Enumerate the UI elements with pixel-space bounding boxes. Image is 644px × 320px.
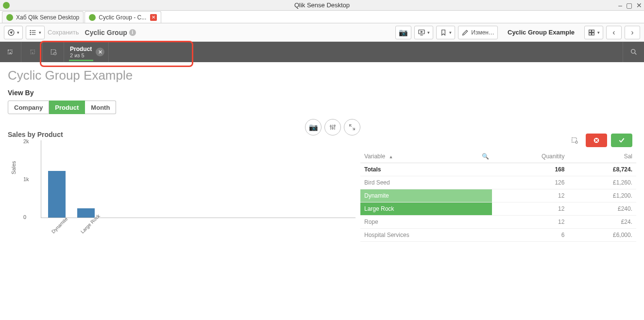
table-row[interactable]: Rope12£24. (360, 216, 636, 229)
cell-qty: 12 (492, 202, 569, 216)
svg-rect-10 (592, 30, 594, 32)
chevron-right-icon: › (631, 28, 633, 37)
selection-clear-icon[interactable]: ✕ (96, 48, 104, 56)
cell-sal: £1,200. (568, 189, 636, 202)
pencil-icon (461, 29, 469, 36)
chevron-down-icon: ▾ (17, 30, 19, 35)
tab-label: Хаб Qlik Sense Desktop (16, 14, 79, 21)
cell-sal: £240. (568, 202, 636, 216)
table-panel[interactable]: Variable ▲ 🔍 Quanitity Sal Totals 168 £8… (360, 131, 636, 247)
viewby-company-button[interactable]: Company (8, 101, 49, 114)
cell-name: Rope (360, 216, 492, 229)
totals-label: Totals (360, 163, 492, 176)
chart-explore-button[interactable] (324, 119, 341, 135)
ytick: 2k (23, 138, 29, 144)
tab-strip: Хаб Qlik Sense Desktop Cyclic Group - C.… (0, 11, 644, 23)
table-totals-row: Totals 168 £8,724. (360, 163, 636, 176)
edit-label: Измен… (471, 29, 494, 36)
viewby-month-button[interactable]: Month (85, 101, 116, 114)
svg-point-24 (334, 125, 336, 126)
minimize-button[interactable]: – (618, 1, 622, 9)
chevron-down-icon: ▾ (449, 30, 452, 35)
compass-icon (7, 29, 15, 36)
selection-field: Product (70, 46, 92, 52)
cell-sal: £24. (568, 216, 636, 229)
titlebar: Qlik Sense Desktop – ▢ ✕ (0, 0, 644, 11)
qlik-logo-icon (3, 2, 10, 9)
lasso-icon (571, 136, 578, 144)
close-button[interactable]: ✕ (636, 1, 642, 9)
ytick: 0 (23, 214, 26, 220)
cancel-selection-button[interactable] (586, 134, 607, 147)
data-table: Variable ▲ 🔍 Quanitity Sal Totals 168 £8… (360, 150, 636, 242)
xlabel: Dynamite (51, 216, 69, 235)
breadcrumb: Cyclic Group i (85, 29, 136, 36)
col-label: Sal (624, 153, 632, 160)
tab-close-icon[interactable]: ✕ (150, 14, 157, 21)
bar-dynamite[interactable] (48, 171, 66, 218)
col-label: Quanitity (542, 153, 564, 160)
prev-sheet-button[interactable]: ‹ (606, 26, 622, 39)
selection-bar: Product 2 из 5 ✕ (0, 42, 644, 62)
viewby-label: View By (8, 89, 636, 97)
ytick: 1k (23, 176, 29, 182)
sheets-button[interactable]: ▾ (584, 26, 603, 39)
list-menu-button[interactable]: ▾ (26, 26, 45, 39)
selection-chip-product[interactable]: Product 2 из 5 ✕ (64, 42, 109, 62)
snapshot-button[interactable]: 📷 (395, 26, 411, 39)
chart-panel[interactable]: 📷 Sales by Product Sales 2k 1k 0 Dynamit… (8, 131, 360, 247)
tab-label: Cyclic Group - C... (99, 14, 146, 21)
search-icon (630, 48, 638, 56)
chart-plot (41, 140, 356, 218)
camera-icon: 📷 (399, 28, 408, 37)
clear-selections-button[interactable] (43, 42, 64, 62)
sheet-title: Cyclic Group Example (501, 29, 581, 36)
info-icon[interactable]: i (129, 29, 136, 36)
col-sales[interactable]: Sal (568, 150, 636, 163)
tab-app[interactable]: Cyclic Group - C... ✕ (85, 11, 161, 23)
selection-search-button[interactable] (623, 42, 644, 62)
svg-point-5 (30, 32, 31, 33)
cell-sal: £6,000. (568, 229, 636, 242)
tab-hub[interactable]: Хаб Qlik Sense Desktop (2, 11, 84, 23)
table-row[interactable]: Bird Seed126£1,260. (360, 176, 636, 189)
monitor-play-icon (418, 29, 425, 36)
chart-snapshot-button[interactable]: 📷 (305, 119, 322, 135)
chevron-down-icon: ▾ (597, 30, 600, 35)
table-row[interactable]: Large Rock12£240. (360, 202, 636, 216)
cell-qty: 6 (492, 229, 569, 242)
list-icon (29, 29, 37, 36)
cell-qty: 126 (492, 176, 569, 189)
window-title: Qlik Sense Desktop (0, 1, 644, 9)
viewby-segmented: Company Product Month (8, 101, 636, 114)
confirm-selection-button[interactable] (611, 134, 632, 147)
next-sheet-button[interactable]: › (625, 26, 640, 39)
selection-back-button[interactable] (0, 42, 21, 62)
table-row[interactable]: Dynamite12£1,200. (360, 189, 636, 202)
selection-forward-button[interactable] (21, 42, 43, 62)
present-button[interactable]: ▾ (414, 26, 433, 39)
col-quantity[interactable]: Quanitity (492, 150, 569, 163)
selection-count: 2 из 5 (70, 52, 92, 58)
maximize-button[interactable]: ▢ (626, 1, 632, 9)
bookmarks-button[interactable]: ▾ (436, 26, 455, 39)
svg-rect-9 (589, 30, 592, 32)
viewby-product-button[interactable]: Product (49, 101, 85, 114)
lasso-select-button[interactable] (567, 134, 582, 147)
bar-large-rock[interactable] (77, 208, 95, 218)
cell-name: Bird Seed (360, 176, 492, 189)
nav-menu-button[interactable]: ▾ (4, 26, 23, 39)
svg-point-6 (30, 34, 31, 34)
totals-sal: £8,724. (568, 163, 636, 176)
camera-icon: 📷 (309, 123, 318, 132)
col-variable[interactable]: Variable ▲ 🔍 (360, 150, 492, 163)
qlik-favicon-icon (6, 14, 13, 21)
search-icon[interactable]: 🔍 (482, 153, 489, 160)
save-button[interactable]: Сохранить (48, 29, 79, 36)
chart-fullscreen-button[interactable] (344, 119, 360, 135)
sheet-canvas: Cyclic Group Example View By Company Pro… (0, 62, 644, 247)
table-row[interactable]: Hospital Services6£6,000. (360, 229, 636, 242)
edit-button[interactable]: Измен… (458, 26, 498, 39)
clear-selection-icon (50, 48, 57, 56)
main-toolbar: ▾ ▾ Сохранить Cyclic Group i 📷 ▾ ▾ Измен… (0, 23, 644, 42)
